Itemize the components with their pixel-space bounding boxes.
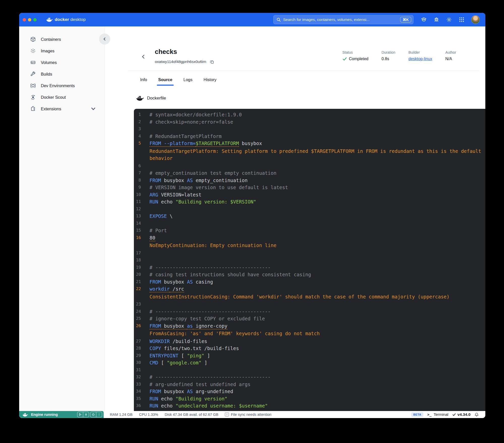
tab-logs[interactable]: Logs bbox=[183, 77, 192, 86]
sidebar-item-label: Docker Scout bbox=[41, 95, 66, 100]
dockerfile-whale-icon bbox=[136, 95, 144, 101]
terminal-button[interactable]: >_ Terminal bbox=[427, 412, 448, 417]
bug-report-icon[interactable] bbox=[433, 17, 439, 23]
engine-status: Engine running bbox=[19, 411, 104, 418]
dockerfile-source-viewer[interactable]: 1# syntax=docker/dockerfile:1.9.02# chec… bbox=[134, 109, 485, 418]
back-button[interactable] bbox=[141, 54, 146, 59]
line-number: 8 bbox=[134, 177, 141, 184]
code-line: 17 bbox=[134, 250, 485, 257]
close-window-button[interactable] bbox=[23, 18, 26, 21]
settings-gear-icon[interactable] bbox=[446, 17, 452, 23]
code-line: 13EXPOSE \ bbox=[134, 213, 485, 220]
code-line: 35RUN echo "Building version" bbox=[134, 395, 485, 402]
code-line: 36RUN echo "undeclared username: $userna… bbox=[134, 402, 485, 410]
tab-source[interactable]: Source bbox=[158, 77, 172, 86]
code-text: FROM --platform=$TARGETPLATFORM busybox bbox=[141, 140, 262, 147]
engine-pause-button[interactable] bbox=[83, 412, 89, 417]
code-text bbox=[141, 257, 150, 264]
line-number: 3 bbox=[134, 125, 141, 133]
sidebar-item-label: Builds bbox=[41, 72, 52, 77]
screen: docker desktop Search for images, contai… bbox=[0, 0, 504, 443]
code-text bbox=[141, 301, 150, 308]
code-line: 25# ignore-copy test COPY or excluded fi… bbox=[134, 315, 485, 322]
code-text: CMD [ "google.com" ] bbox=[141, 359, 207, 366]
copy-icon[interactable] bbox=[210, 60, 214, 64]
code-line: 1680 bbox=[134, 234, 485, 242]
code-line: 22workdir /src bbox=[134, 285, 485, 293]
code-text bbox=[141, 250, 150, 257]
sidebar-item-label: Volumes bbox=[41, 60, 57, 65]
status-value: Completed bbox=[349, 57, 368, 61]
code-line: 2# check=skip=none;error=false bbox=[134, 118, 485, 126]
line-number: 36 bbox=[134, 402, 141, 410]
code-text bbox=[141, 125, 150, 133]
engine-more-button[interactable] bbox=[96, 412, 102, 417]
line-number: 7 bbox=[134, 169, 141, 177]
line-number: 29 bbox=[134, 352, 141, 359]
line-number: 25 bbox=[134, 315, 141, 322]
search-icon bbox=[277, 18, 281, 22]
header-divider bbox=[128, 71, 479, 71]
sidebar-item-label: Dev Environments bbox=[41, 83, 75, 88]
engine-start-button[interactable] bbox=[77, 412, 83, 417]
line-number: 1 bbox=[134, 111, 141, 118]
notifications-bell-icon[interactable] bbox=[475, 413, 479, 417]
line-number: 13 bbox=[134, 213, 141, 220]
engine-stop-button[interactable] bbox=[91, 412, 96, 417]
sidebar-item-builds[interactable]: Builds bbox=[19, 68, 105, 80]
meta-author: AuthorN/A bbox=[445, 50, 456, 61]
terminal-label: Terminal bbox=[434, 412, 449, 417]
code-text: RUN echo "Building version" bbox=[141, 395, 227, 402]
zoom-window-button[interactable] bbox=[33, 18, 37, 21]
dockerfile-row: Dockerfile bbox=[136, 95, 166, 101]
images-icon bbox=[30, 48, 36, 54]
code-line: 6 bbox=[134, 162, 485, 170]
version-status[interactable]: v4.34.0 bbox=[452, 412, 470, 417]
code-text: # --------------------------------------… bbox=[141, 308, 271, 315]
code-line: 10ARG VERSION=latest bbox=[134, 191, 485, 198]
tab-info[interactable]: Info bbox=[140, 77, 147, 86]
sidebar-item-label: Containers bbox=[41, 37, 61, 42]
code-line: 11RUN echo "Building version: $VERSION" bbox=[134, 198, 485, 206]
user-avatar[interactable] bbox=[471, 15, 480, 24]
power-icon bbox=[92, 413, 95, 416]
file-sync-status[interactable]: !File sync needs attention bbox=[225, 413, 271, 417]
code-line: 26FROM busybox as ignore-copy bbox=[134, 322, 485, 330]
lint-warning: FromAsCasing: 'as' and 'FROM' keywords' … bbox=[150, 330, 481, 337]
line-number: 34 bbox=[134, 388, 141, 395]
code-text: EXPOSE \ bbox=[141, 213, 173, 220]
code-line: 5FROM --platform=$TARGETPLATFORM busybox bbox=[134, 140, 485, 147]
meta-label: Duration bbox=[381, 50, 395, 54]
line-number: 30 bbox=[134, 359, 141, 366]
learning-center-icon[interactable] bbox=[421, 17, 427, 23]
code-line: 4# RedundantTargetPlatform bbox=[134, 133, 485, 140]
line-number: 20 bbox=[134, 271, 141, 278]
line-number: 10 bbox=[134, 191, 141, 198]
meta-value: N/A bbox=[445, 57, 452, 61]
apps-grid-icon[interactable] bbox=[459, 17, 465, 23]
sidebar-item-label: Images bbox=[41, 49, 54, 53]
sidebar-item-containers[interactable]: Containers bbox=[19, 33, 105, 45]
status-check-icon bbox=[342, 57, 347, 61]
sidebar-item-volumes[interactable]: Volumes bbox=[19, 57, 105, 68]
code-text: # ignore-copy test COPY or excluded file bbox=[141, 315, 265, 322]
code-line: 29ENTRYPOINT [ "ping" ] bbox=[134, 352, 485, 359]
stat-disk: Disk 47.34 GB avail. of 62.67 GB bbox=[165, 413, 218, 417]
minimize-window-button[interactable] bbox=[28, 18, 31, 21]
code-text: FROM busybox AS casing bbox=[141, 278, 213, 286]
sidebar-item-dev-environments[interactable]: Dev Environments bbox=[19, 80, 105, 91]
line-number: 32 bbox=[134, 373, 141, 381]
sidebar-item-docker-scout[interactable]: Docker Scout bbox=[19, 91, 105, 103]
code-line: 3 bbox=[134, 125, 485, 133]
code-text: # VERSION image version to use default i… bbox=[141, 184, 288, 191]
search-input[interactable]: Search for images, containers, volumes, … bbox=[273, 15, 413, 24]
tab-history[interactable]: History bbox=[203, 77, 216, 86]
code-text bbox=[141, 206, 150, 213]
sidebar-item-images[interactable]: Images bbox=[19, 45, 105, 57]
sidebar-item-extensions[interactable]: Extensions bbox=[19, 103, 105, 115]
engine-whale-icon bbox=[22, 413, 28, 417]
line-number: 33 bbox=[134, 381, 141, 388]
collapse-sidebar-button[interactable] bbox=[99, 33, 110, 45]
code-text: # empty_continuation test empty continua… bbox=[141, 169, 276, 177]
builder-link[interactable]: desktop-linux bbox=[408, 57, 432, 61]
